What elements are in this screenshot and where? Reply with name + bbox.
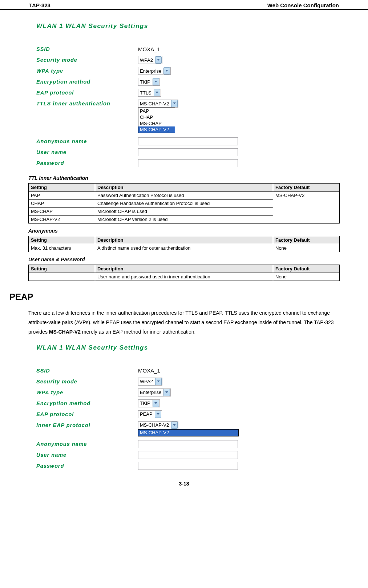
user-name-label: User name [36, 149, 138, 155]
encryption-method-value: TKIP [140, 79, 153, 85]
td-setting: MS-CHAP [29, 208, 95, 216]
th-setting: Setting [29, 236, 95, 244]
user-name-input[interactable] [138, 451, 238, 459]
anonymous-name-label: Anonymous name [36, 441, 138, 447]
ttls-option-mschap[interactable]: MS-CHAP [138, 120, 175, 126]
encryption-method-value: TKIP [140, 400, 153, 406]
anonymous-name-input[interactable] [138, 137, 238, 145]
td-default: None [273, 273, 340, 281]
svg-marker-7 [154, 402, 157, 404]
password-label: Password [36, 463, 138, 469]
td-setting: MS-CHAP-V2 [29, 216, 95, 223]
security-mode-select[interactable]: WPA2 [138, 56, 162, 64]
anonymous-table: Setting Description Factory Default Max.… [28, 236, 340, 252]
page-header: TAP-323 Web Console Configuration [0, 0, 368, 10]
encryption-method-select[interactable]: TKIP [138, 78, 160, 86]
password-input[interactable] [138, 159, 238, 167]
user-name-input[interactable] [138, 148, 238, 156]
security-mode-value: WPA2 [140, 379, 155, 384]
header-left: TAP-323 [29, 2, 50, 8]
wlan-security-panel-1: WLAN 1 WLAN Security Settings SSID MOXA_… [36, 23, 340, 168]
anonymous-caption: Anonymous [28, 228, 340, 234]
wpa-type-select[interactable]: Enterprise [138, 67, 171, 75]
chevron-down-icon [153, 400, 159, 407]
anonymous-name-label: Anonymous name [36, 138, 138, 144]
ttls-option-mschapv2[interactable]: MS-CHAP-V2 [138, 126, 175, 133]
user-pass-table: Setting Description Factory Default User… [28, 265, 340, 281]
peap-heading: PEAP [9, 292, 340, 302]
user-name-label: User name [36, 452, 138, 458]
svg-marker-3 [155, 92, 158, 93]
inner-eap-option-mschapv2[interactable]: MS-CHAP-V2 [138, 430, 238, 436]
th-description: Description [95, 236, 273, 244]
svg-marker-1 [165, 70, 168, 72]
svg-marker-4 [173, 102, 176, 104]
chevron-down-icon [155, 411, 161, 418]
th-setting: Setting [29, 184, 95, 192]
peap-text-c: merely as an EAP method for inner authen… [81, 329, 195, 335]
th-description: Description [95, 184, 273, 192]
user-pass-caption: User name & Password [28, 257, 340, 262]
eap-protocol-label: EAP protocol [36, 411, 138, 417]
td-setting [29, 273, 95, 281]
chevron-down-icon [163, 389, 170, 396]
chevron-down-icon [171, 100, 178, 107]
td-default: MS-CHAP-V2 [273, 192, 340, 223]
chevron-down-icon [155, 56, 162, 64]
password-input[interactable] [138, 462, 238, 470]
ssid-value: MOXA_1 [138, 46, 160, 52]
ttls-inner-auth-options[interactable]: PAP CHAP MS-CHAP MS-CHAP-V2 [138, 108, 175, 133]
td-desc: User name and password used in inner aut… [95, 273, 273, 281]
inner-eap-select[interactable]: MS-CHAP-V2 [138, 421, 178, 429]
encryption-method-select[interactable]: TKIP [138, 399, 160, 407]
security-mode-label: Security mode [36, 57, 138, 63]
ttls-option-chap[interactable]: CHAP [138, 114, 175, 120]
ttls-inner-auth-value: MS-CHAP-V2 [140, 101, 171, 106]
chevron-down-icon [155, 378, 162, 385]
security-mode-select[interactable]: WPA2 [138, 378, 162, 386]
ttls-inner-auth-label: TTLS inner authentication [36, 101, 138, 106]
svg-marker-0 [157, 59, 160, 61]
th-default: Factory Default [273, 184, 340, 192]
td-setting: CHAP [29, 200, 95, 208]
svg-marker-6 [165, 391, 168, 393]
chevron-down-icon [153, 78, 159, 85]
eap-protocol-value: TTLS [140, 90, 154, 96]
ttls-inner-auth-select[interactable]: MS-CHAP-V2 [138, 100, 178, 108]
wlan-security-panel-2: WLAN 1 WLAN Security Settings SSID MOXA_… [36, 344, 340, 471]
td-desc: Microsoft CHAP version 2 is used [95, 216, 273, 223]
panel1-title: WLAN 1 WLAN Security Settings [36, 23, 340, 30]
th-default: Factory Default [273, 236, 340, 244]
td-default: None [273, 244, 340, 252]
security-mode-label: Security mode [36, 379, 138, 384]
encryption-method-label: Encryption method [36, 400, 138, 406]
svg-marker-2 [154, 81, 157, 82]
peap-text-b: MS-CHAP-V2 [49, 329, 81, 335]
panel2-title: WLAN 1 WLAN Security Settings [36, 344, 340, 351]
svg-marker-5 [157, 380, 160, 382]
ttl-inner-auth-caption: TTL Inner Authentication [28, 175, 340, 181]
chevron-down-icon [163, 67, 170, 74]
eap-protocol-select[interactable]: PEAP [138, 410, 162, 418]
ssid-label: SSID [36, 368, 138, 374]
ttls-option-pap[interactable]: PAP [138, 108, 175, 114]
th-default: Factory Default [273, 265, 340, 273]
anonymous-name-input[interactable] [138, 440, 238, 448]
chevron-down-icon [154, 89, 160, 96]
header-right: Web Console Configuration [267, 2, 339, 8]
ssid-label: SSID [36, 46, 138, 52]
td-desc: Microsoft CHAP is used [95, 208, 273, 216]
peap-paragraph: There are a few differences in the inner… [28, 309, 340, 337]
svg-marker-9 [173, 424, 176, 426]
svg-marker-8 [157, 413, 159, 415]
encryption-method-label: Encryption method [36, 79, 138, 85]
inner-eap-options[interactable]: MS-CHAP-V2 [138, 429, 239, 436]
td-setting: Max. 31 characters [29, 244, 95, 252]
inner-eap-label: Inner EAP protocol [36, 422, 138, 428]
eap-protocol-select[interactable]: TTLS [138, 89, 161, 97]
wpa-type-label: WPA type [36, 68, 138, 74]
td-setting: PAP [29, 192, 95, 200]
wpa-type-select[interactable]: Enterprise [138, 388, 171, 396]
wpa-type-value: Enterprise [140, 390, 163, 395]
ssid-value: MOXA_1 [138, 367, 160, 374]
